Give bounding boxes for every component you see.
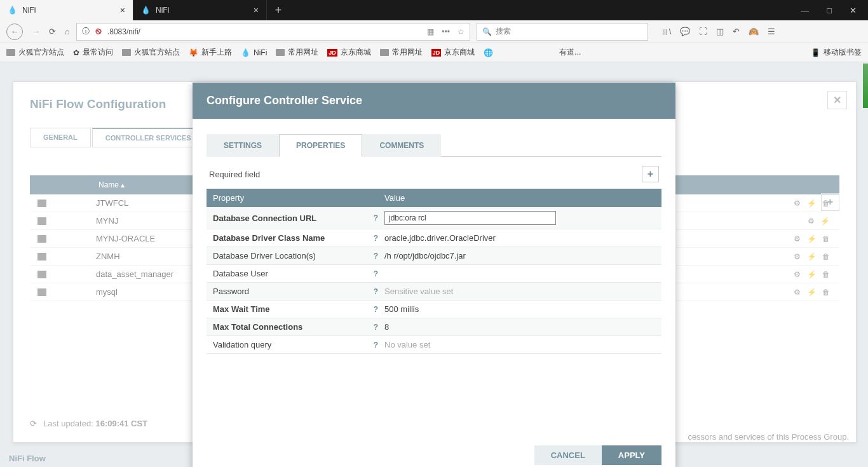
minimize-icon[interactable]: — (801, 6, 809, 15)
phone-icon: 📱 (811, 48, 820, 57)
property-value: 500 millis (384, 304, 419, 314)
nav-bar: ← → ⟳ ⌂ ⓘ 🛇 .8083/nifi/ ▦ ••• ☆ 🔍 搜索 ⫼\ … (0, 20, 868, 43)
close-window-icon[interactable]: ✕ (850, 6, 857, 15)
forward-button[interactable]: → (32, 27, 40, 36)
last-updated: ⟳ Last updated: 16:09:41 CST (30, 419, 147, 428)
bookmark[interactable]: 火狐官方站点 (6, 47, 64, 58)
tab-general[interactable]: GENERAL (30, 128, 91, 147)
url-text: .8083/nifi/ (107, 27, 140, 36)
property-row[interactable]: Validation query?No value set (207, 336, 661, 354)
firefox-icon: 🦊 (189, 48, 198, 57)
bookmark[interactable]: JD京东商城 (431, 47, 475, 58)
search-bar[interactable]: 🔍 搜索 (477, 23, 648, 41)
maximize-icon[interactable]: □ (827, 6, 832, 15)
folder-icon (6, 49, 15, 56)
close-panel-button[interactable]: ✕ (827, 91, 847, 109)
property-value: Sensitive value set (384, 287, 453, 296)
info-icon[interactable]: ⓘ (82, 26, 90, 37)
service-name: JTWFCL (96, 198, 128, 208)
cancel-button[interactable]: CANCEL (534, 445, 602, 465)
property-value: /h r/opt/jdbc/ojdbc7.jar (384, 251, 466, 261)
bookmark[interactable]: JD京东商城 (327, 47, 371, 58)
home-button[interactable]: ⌂ (65, 27, 70, 36)
property-row[interactable]: Max Wait Time?500 millis (207, 301, 661, 318)
jd-icon: JD (431, 49, 442, 57)
property-row[interactable]: Password?Sensitive value set (207, 283, 661, 301)
help-icon[interactable]: ? (364, 323, 378, 332)
tab-comments[interactable]: COMMENTS (362, 134, 441, 157)
row-actions[interactable]: ⚙ ⚡ 🗑 (794, 252, 832, 261)
bookmark[interactable]: 常用网址 (380, 47, 423, 58)
property-row[interactable]: Database Connection URL?jdbc:ora rcl (207, 207, 661, 229)
bookmark[interactable]: 💧NiFi (241, 48, 267, 57)
mobile-bookmarks[interactable]: 📱移动版书签 (811, 47, 862, 58)
sidebar-icon[interactable]: ◫ (716, 27, 724, 36)
star-icon[interactable]: ☆ (458, 27, 465, 36)
property-value: No value set (384, 340, 430, 349)
new-tab-button[interactable]: + (267, 0, 290, 20)
help-icon[interactable]: ? (364, 213, 378, 222)
url-bar[interactable]: ⓘ 🛇 .8083/nifi/ ▦ ••• ☆ (76, 23, 470, 41)
help-icon[interactable]: ? (364, 269, 378, 278)
service-icon (37, 217, 46, 225)
tab-properties[interactable]: PROPERTIES (279, 134, 362, 157)
help-icon[interactable]: ? (364, 305, 378, 314)
service-name: ZNMH (96, 252, 120, 261)
menu-icon[interactable]: ☰ (768, 27, 775, 36)
row-actions[interactable]: ⚙ ⚡ 🗑 (794, 288, 832, 297)
close-icon[interactable]: × (254, 5, 259, 15)
more-icon[interactable]: ••• (442, 27, 450, 36)
bookmark[interactable]: 常用网址 (276, 47, 318, 58)
property-row[interactable]: Database Driver Location(s)?/h r/opt/jdb… (207, 247, 661, 265)
row-actions[interactable]: ⚙ ⚡ 🗑 (794, 270, 832, 279)
row-actions[interactable]: ⚙ ⚡ (808, 217, 832, 226)
tab-controller-services[interactable]: CONTROLLER SERVICES (92, 128, 205, 147)
col-name[interactable]: Name ▴ (98, 180, 125, 189)
browser-tab[interactable]: 💧 NiFi × (133, 0, 267, 20)
modal-title: Configure Controller Service (193, 83, 675, 119)
add-service-button[interactable]: + (821, 193, 839, 211)
configure-controller-modal: Configure Controller Service SETTINGS PR… (193, 83, 675, 467)
property-value-input[interactable]: jdbc:ora rcl (384, 211, 556, 225)
close-icon[interactable]: × (120, 5, 125, 15)
add-property-button[interactable]: + (642, 166, 659, 182)
bg-message: cessors and services of this Process Gro… (688, 432, 849, 442)
help-icon[interactable]: ? (364, 287, 378, 296)
library-icon[interactable]: ⫼\ (661, 27, 672, 36)
back-button[interactable]: ← (6, 24, 23, 40)
refresh-icon[interactable]: ⟳ (30, 419, 37, 428)
breadcrumb-nifi-flow[interactable]: NiFi Flow (9, 454, 46, 463)
bookmark[interactable]: ✿最常访问 (73, 47, 113, 58)
search-icon: 🔍 (482, 27, 492, 36)
reload-button[interactable]: ⟳ (49, 27, 56, 36)
property-table-header: Property Value (207, 189, 661, 207)
property-row[interactable]: Database User? (207, 265, 661, 283)
screenshot-icon[interactable]: ⛶ (699, 27, 707, 36)
chat-icon[interactable]: 💬 (680, 27, 690, 36)
help-icon[interactable]: ? (364, 234, 378, 243)
jd-icon: JD (327, 49, 337, 57)
browser-tab-strip: 💧 NiFi × 💧 NiFi × + — □ ✕ (0, 0, 868, 20)
service-icon (37, 253, 46, 261)
monkey-icon[interactable]: 🙉 (749, 27, 759, 36)
qr-icon[interactable]: ▦ (427, 27, 434, 36)
property-name: Max Wait Time (207, 301, 364, 318)
property-name: Database User (207, 265, 364, 282)
property-row[interactable]: Max Total Connections?8 (207, 318, 661, 336)
bookmark[interactable]: 有道... (559, 47, 581, 58)
folder-icon (380, 49, 389, 56)
undo-icon[interactable]: ↶ (733, 27, 740, 36)
help-icon[interactable]: ? (364, 341, 378, 349)
folder-icon (122, 49, 131, 56)
tab-settings[interactable]: SETTINGS (207, 134, 279, 157)
bookmark[interactable]: 🦊新手上路 (189, 47, 232, 58)
property-row[interactable]: Database Driver Class Name?oracle.jdbc.d… (207, 229, 661, 247)
apply-button[interactable]: APPLY (602, 445, 661, 465)
help-icon[interactable]: ? (364, 252, 378, 261)
browser-tab[interactable]: 💧 NiFi × (0, 0, 133, 20)
bookmark[interactable]: 🌐 (484, 48, 493, 57)
row-actions[interactable]: ⚙ ⚡ 🗑 (794, 234, 832, 243)
service-icon (37, 288, 46, 296)
property-name: Database Driver Class Name (207, 229, 364, 247)
bookmark[interactable]: 火狐官方站点 (122, 47, 180, 58)
